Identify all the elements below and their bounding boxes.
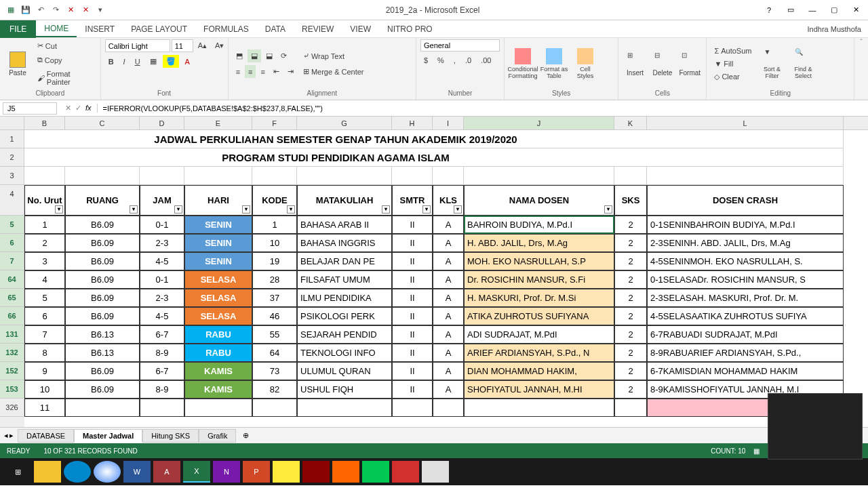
title-2[interactable]: PROGRAM STUDI PENDIDIKAN AGAMA ISLAM [24, 148, 647, 167]
cell-kode[interactable]: 28 [252, 270, 297, 289]
cell-kls[interactable]: A [433, 325, 464, 344]
conditional-formatting-button[interactable]: Conditional Formatting [509, 41, 537, 87]
th-jam[interactable]: JAM▾ [140, 185, 184, 216]
th-no[interactable]: No. Urut▾ [24, 185, 65, 216]
qat-btn2[interactable]: ✕ [80, 5, 91, 16]
align-center-icon[interactable]: ≡ [245, 65, 256, 78]
name-box[interactable] [3, 102, 57, 115]
filter-icon[interactable]: ▾ [174, 205, 182, 214]
cell-ruang[interactable]: B6.13 [65, 325, 140, 344]
cell-crash[interactable]: 4-5SELASAATIKA ZUHROTUS SUFIYA [647, 307, 844, 325]
col-header-b[interactable]: B [24, 117, 65, 129]
col-header-k[interactable]: K [614, 117, 647, 129]
cell-dosen[interactable]: ADI SUDRAJAT, M.PdI [464, 325, 614, 344]
cell-dosen[interactable]: BAHROIN BUDIYA, M.Pd.I [464, 216, 614, 234]
format-as-table-button[interactable]: Format as Table [540, 41, 568, 87]
th-hari[interactable]: HARI▾ [184, 185, 252, 216]
sheet-tab[interactable]: Hitung SKS [142, 429, 199, 443]
app-icon-1[interactable] [302, 461, 330, 483]
cell-hari[interactable]: SELASA [184, 307, 252, 325]
qat-btn1[interactable]: ✕ [65, 5, 76, 16]
row-header[interactable]: 7 [0, 252, 24, 270]
tab-nitro[interactable]: NITRO PRO [379, 22, 441, 37]
th-kode[interactable]: KODE▾ [252, 185, 297, 216]
tab-page-layout[interactable]: PAGE LAYOUT [123, 22, 195, 37]
cell-mk[interactable]: SEJARAH PENDID [297, 325, 392, 344]
row-header[interactable]: 66 [0, 307, 24, 325]
cell-hari[interactable]: SELASA [184, 289, 252, 307]
redo-icon[interactable]: ↷ [50, 5, 61, 16]
col-header-c[interactable]: C [65, 117, 140, 129]
fill-color-button[interactable]: 🪣 [163, 55, 179, 68]
cell-smtr[interactable]: II [392, 252, 433, 270]
sheet-tab[interactable]: Grafik [199, 429, 236, 443]
font-color-button[interactable]: A [182, 55, 193, 68]
th-crash[interactable]: DOSEN CRASH [647, 185, 844, 216]
collapse-ribbon-icon[interactable]: ˆ [854, 38, 868, 100]
cell-mk[interactable]: PSIKOLOGI PERK [297, 307, 392, 325]
cell-mk[interactable]: USHUL FIQH [297, 380, 392, 399]
cell-kls[interactable] [433, 399, 464, 417]
cell-jam[interactable]: 8-9 [140, 344, 184, 362]
cell-dosen[interactable]: H. MASKURI, Prof. Dr. M.Si [464, 289, 614, 307]
row-header[interactable]: 153 [0, 380, 24, 399]
cell-ruang[interactable]: B6.09 [65, 289, 140, 307]
wrap-text-button[interactable]: ⤶ Wrap Text [300, 49, 368, 62]
cell-hari[interactable]: RABU [184, 344, 252, 362]
filter-icon[interactable]: ▾ [422, 205, 431, 214]
cell-mk[interactable]: TEKNOLOGI INFO [297, 344, 392, 362]
cell-jam[interactable]: 4-5 [140, 307, 184, 325]
font-name-select[interactable] [105, 39, 170, 52]
comma-icon[interactable]: , [450, 54, 459, 66]
undo-icon[interactable]: ↶ [35, 5, 46, 16]
cell-kls[interactable]: A [433, 270, 464, 289]
cell-jam[interactable]: 0-1 [140, 270, 184, 289]
th-kls[interactable]: KLS▾ [433, 185, 464, 216]
cell-smtr[interactable]: II [392, 344, 433, 362]
cell-jam[interactable]: 6-7 [140, 325, 184, 344]
row-header[interactable]: 1 [0, 130, 24, 148]
decrease-font-icon[interactable]: A▾ [212, 39, 227, 52]
cell-crash[interactable]: 8-9RABUARIEF ARDIANSYAH, S.Pd., [647, 344, 844, 362]
row-header[interactable]: 6 [0, 234, 24, 252]
cell-no[interactable]: 5 [24, 289, 65, 307]
app-icon-5[interactable] [422, 461, 449, 483]
increase-font-icon[interactable]: A▴ [195, 39, 210, 52]
currency-icon[interactable]: $ [420, 54, 431, 66]
col-header-i[interactable]: I [433, 117, 464, 129]
row-header[interactable]: 64 [0, 270, 24, 289]
ribbon-options-icon[interactable]: ▭ [781, 3, 800, 17]
file-tab[interactable]: FILE [0, 20, 36, 38]
close-icon[interactable]: ✕ [846, 3, 865, 17]
cell-crash[interactable]: 6-7KAMISDIAN MOHAMMAD HAKIM [647, 362, 844, 380]
cell-smtr[interactable]: II [392, 234, 433, 252]
cell-no[interactable]: 1 [24, 216, 65, 234]
cell-ruang[interactable]: B6.09 [65, 307, 140, 325]
font-size-select[interactable] [172, 39, 193, 52]
cell-kls[interactable]: A [433, 380, 464, 399]
cell-dosen[interactable]: ARIEF ARDIANSYAH, S.Pd., N [464, 344, 614, 362]
start-button[interactable]: ⊞ [4, 461, 31, 483]
sheet-nav-first-icon[interactable]: ◂ [4, 431, 8, 440]
cell-crash[interactable]: 0-1SENINBAHROIN BUDIYA, M.Pd.I [647, 216, 844, 234]
title-1[interactable]: JADWAL PERKULIAHAN SEMESTER GENAP TAHUN … [24, 130, 647, 148]
orientation-icon[interactable]: ⟳ [277, 49, 290, 62]
cell-kode[interactable]: 10 [252, 234, 297, 252]
cell-mk[interactable]: BAHASA INGGRIS [297, 234, 392, 252]
qat-more[interactable]: ▾ [95, 5, 106, 16]
cell-smtr[interactable]: II [392, 270, 433, 289]
row-header[interactable]: 131 [0, 325, 24, 344]
align-top-icon[interactable]: ⬒ [233, 49, 246, 62]
bold-button[interactable]: B [105, 55, 117, 68]
cell-smtr[interactable]: II [392, 362, 433, 380]
format-button[interactable]: ⊡Format [677, 41, 702, 87]
explorer-icon[interactable] [34, 461, 61, 483]
cell-no[interactable]: 9 [24, 362, 65, 380]
cell-ruang[interactable]: B6.09 [65, 216, 140, 234]
save-icon[interactable]: 💾 [20, 5, 31, 16]
row-header[interactable]: 65 [0, 289, 24, 307]
row-header[interactable]: 132 [0, 344, 24, 362]
cell-hari[interactable]: SELASA [184, 270, 252, 289]
cell-kode[interactable]: 82 [252, 380, 297, 399]
cell-kode[interactable]: 19 [252, 252, 297, 270]
